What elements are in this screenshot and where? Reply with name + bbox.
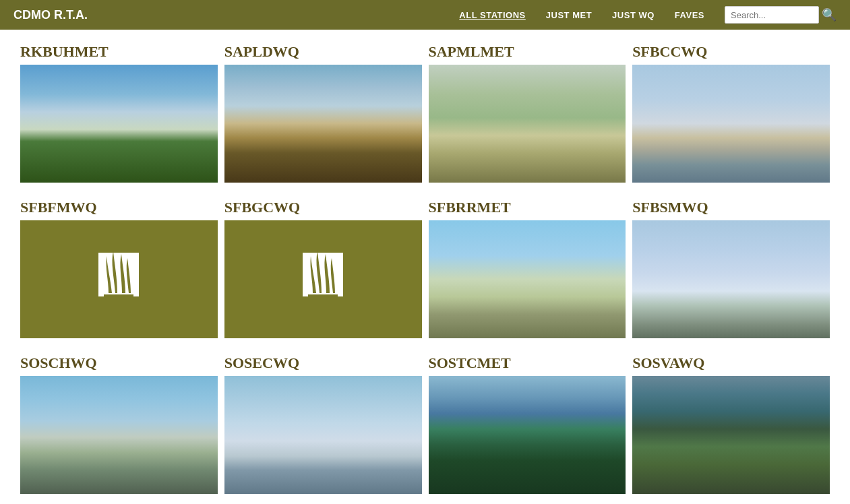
station-name: SOSTCMET <box>429 354 626 372</box>
station-card[interactable]: SAPLDWQ <box>224 43 422 183</box>
site-logo: CDMO R.T.A. <box>13 8 88 22</box>
station-card[interactable]: SOSECWQ <box>224 354 422 494</box>
station-image <box>632 65 830 183</box>
station-card[interactable]: SOSVAWQ <box>632 354 830 494</box>
svg-rect-4 <box>308 294 338 296</box>
station-image <box>429 220 626 338</box>
station-image <box>20 376 218 494</box>
station-name: SFBRRMET <box>429 199 626 216</box>
station-card[interactable]: SFBCCWQ <box>632 43 830 183</box>
station-image <box>20 65 218 183</box>
main-content: RKBUHMETSAPLDWQSAPMLMETSFBCCWQSFBFMWQ SF… <box>0 30 850 504</box>
station-name: RKBUHMET <box>20 43 218 61</box>
station-card[interactable]: RKBUHMET <box>20 43 218 183</box>
station-name: SFBSMWQ <box>632 199 830 216</box>
nav-just-wq[interactable]: JUST WQ <box>612 10 655 20</box>
svg-rect-5 <box>308 298 338 301</box>
station-name: SOSVAWQ <box>632 354 830 372</box>
search-input[interactable] <box>725 6 819 24</box>
station-image <box>224 220 422 338</box>
stations-grid: RKBUHMETSAPLDWQSAPMLMETSFBCCWQSFBFMWQ SF… <box>20 43 830 504</box>
station-card[interactable]: SOSCHWQ <box>20 354 218 494</box>
station-image <box>632 376 830 494</box>
top-header: CDMO R.T.A. ALL STATIONS JUST MET JUST W… <box>0 0 850 30</box>
station-card[interactable]: SAPMLMET <box>429 43 626 183</box>
station-image <box>632 220 830 338</box>
station-card[interactable]: SFBFMWQ <box>20 199 218 338</box>
station-name: SFBGCWQ <box>224 199 422 216</box>
station-image <box>224 65 422 183</box>
station-card[interactable]: SFBGCWQ <box>224 199 422 338</box>
station-name: SFBCCWQ <box>632 43 830 61</box>
station-card[interactable]: SFBRRMET <box>429 199 626 338</box>
station-image <box>224 376 422 494</box>
search-wrapper: 🔍 <box>725 6 837 24</box>
main-nav: ALL STATIONS JUST MET JUST WQ FAVES 🔍 <box>459 6 837 24</box>
station-card[interactable]: SFBSMWQ <box>632 199 830 338</box>
search-button[interactable]: 🔍 <box>822 9 837 21</box>
station-name: SOSECWQ <box>224 354 422 372</box>
svg-rect-3 <box>303 253 343 296</box>
svg-rect-1 <box>104 294 133 296</box>
svg-rect-2 <box>104 298 133 301</box>
station-name: SOSCHWQ <box>20 354 218 372</box>
station-name: SAPMLMET <box>429 43 626 61</box>
svg-rect-0 <box>98 253 139 296</box>
nav-faves[interactable]: FAVES <box>675 10 704 20</box>
station-image <box>429 376 626 494</box>
station-card[interactable]: SOSTCMET <box>429 354 626 494</box>
nav-all-stations[interactable]: ALL STATIONS <box>459 10 525 20</box>
nav-just-met[interactable]: JUST MET <box>546 10 592 20</box>
station-name: SAPLDWQ <box>224 43 422 61</box>
station-image <box>429 65 626 183</box>
station-image <box>20 220 218 338</box>
station-name: SFBFMWQ <box>20 199 218 216</box>
